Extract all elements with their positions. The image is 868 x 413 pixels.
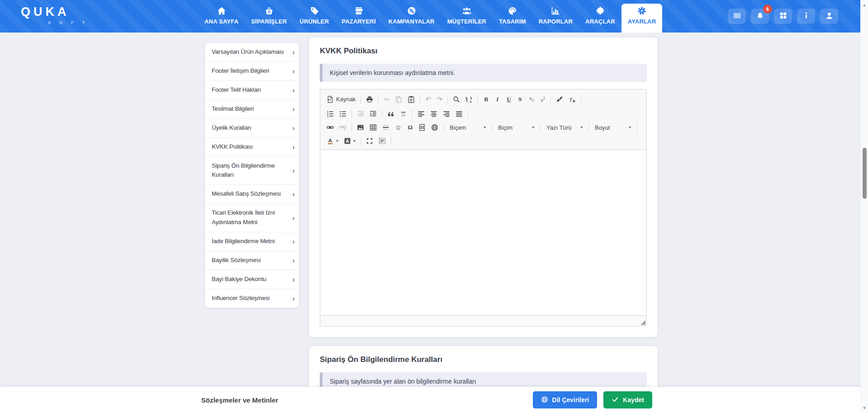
cut-icon: ✂ bbox=[384, 96, 389, 103]
combo-boyut[interactable]: Boyut▾ bbox=[591, 123, 635, 132]
bulleted-list-button[interactable] bbox=[337, 108, 349, 119]
replace-button[interactable]: ba bbox=[463, 94, 475, 105]
toolbar-separator bbox=[588, 123, 589, 132]
bg-color-button[interactable]: A▾ bbox=[342, 136, 358, 146]
bold-icon: B bbox=[483, 96, 489, 103]
chevron-right-icon: › bbox=[293, 295, 294, 302]
combo-bicim[interactable]: Biçim▾ bbox=[494, 123, 538, 132]
sidebar-item-label: Footer İletişim Bilgileri bbox=[212, 66, 290, 76]
smiley-button[interactable]: ☺ bbox=[393, 122, 404, 133]
nav-item-kampanyalar[interactable]: KAMPANYALAR bbox=[382, 0, 441, 33]
undo-icon: ↶ bbox=[425, 96, 431, 103]
remove-format-button[interactable]: T bbox=[566, 94, 578, 105]
user-button[interactable] bbox=[820, 9, 838, 24]
scroll-up-icon[interactable]: ▲ bbox=[861, 3, 868, 7]
nav-item-pazaryeri[interactable]: PAZARYERİ bbox=[335, 0, 382, 33]
horizontal-rule-button[interactable] bbox=[380, 122, 392, 133]
nav-item-siparisler[interactable]: SİPARİŞLER bbox=[245, 0, 293, 33]
numbered-list-icon: 123 bbox=[327, 110, 334, 117]
combo-bicem[interactable]: Biçem▾ bbox=[446, 123, 489, 132]
copy-formatting-button[interactable] bbox=[554, 94, 565, 105]
page-break-button[interactable] bbox=[416, 122, 428, 133]
nav-item-ayarlar[interactable]: AYARLAR bbox=[621, 4, 663, 33]
increase-indent-button[interactable] bbox=[367, 108, 379, 119]
paste-button[interactable] bbox=[405, 94, 417, 105]
storefront-icon bbox=[354, 6, 364, 16]
underline-button[interactable]: U bbox=[503, 94, 514, 105]
maximize-button[interactable] bbox=[364, 136, 375, 146]
footer-actions: Dil ÇevirileriKaydet bbox=[533, 391, 652, 408]
image-button[interactable] bbox=[355, 122, 366, 133]
special-char-button[interactable]: Ω bbox=[405, 122, 415, 133]
barcode-icon bbox=[733, 11, 741, 21]
sidebar-item-bayi-bakiye-dekontu[interactable]: Bayi Bakiye Dekontu› bbox=[205, 270, 299, 289]
nav-item-urunler[interactable]: ÜRÜNLER bbox=[293, 0, 335, 33]
nav-item-araclar[interactable]: ARAÇLAR bbox=[579, 0, 621, 33]
editor-toolbar: Kaynak✂↶↷baBIUSx2x2T123DIV</>☺ΩBiçem▾Biç… bbox=[320, 89, 646, 150]
link-button[interactable] bbox=[324, 122, 336, 133]
kaydet-button[interactable]: Kaydet bbox=[603, 391, 652, 408]
sidebar-item-varsayilan-urun-aciklamasi[interactable]: Varsayılan Ürün Açıklaması› bbox=[205, 43, 299, 62]
nav-item-ana-sayfa[interactable]: ANA SAYFA bbox=[198, 0, 245, 33]
sidebar-item-footer-iletisim-bilgileri[interactable]: Footer İletişim Bilgileri› bbox=[205, 62, 299, 81]
resize-grip-icon[interactable] bbox=[640, 320, 645, 325]
numbered-list-button[interactable]: 123 bbox=[324, 108, 336, 119]
nav-item-label: SİPARİŞLER bbox=[251, 18, 287, 25]
undo-button: ↶ bbox=[423, 94, 433, 105]
chevron-right-icon: › bbox=[293, 143, 294, 151]
sidebar-item-iade-bilgilendirme-metni[interactable]: İade Bilgilendirme Metni› bbox=[205, 232, 299, 251]
strikethrough-button[interactable]: S bbox=[515, 94, 525, 105]
align-left-button[interactable] bbox=[415, 108, 427, 119]
toolbar-separator bbox=[382, 110, 382, 118]
italic-button[interactable]: I bbox=[492, 94, 503, 105]
superscript-icon: x2 bbox=[540, 95, 545, 103]
apps-grid-icon bbox=[779, 11, 787, 21]
apps-grid-button[interactable] bbox=[774, 9, 792, 24]
dil-cevirileri-button[interactable]: Dil Çevirileri bbox=[533, 391, 598, 408]
sidebar-item-footer-telif-haklari[interactable]: Footer Telif Hakları› bbox=[205, 81, 299, 100]
editor-content[interactable] bbox=[320, 150, 646, 315]
subscript-button[interactable]: x2 bbox=[526, 93, 536, 106]
sidebar-item-siparis-on-bilgilendirme-kurallari[interactable]: Sipariş Ön Bilgilendirme Kuralları› bbox=[205, 157, 299, 185]
brand-logo[interactable]: QUKA S O F T bbox=[21, 6, 88, 25]
combo-yazi-turu[interactable]: Yazı Türü▾ bbox=[543, 123, 586, 132]
align-right-button[interactable] bbox=[441, 108, 452, 119]
nav-item-label: AYARLAR bbox=[628, 18, 656, 25]
nav-item-musteriler[interactable]: MÜŞTERİLER bbox=[441, 0, 493, 33]
iframe-button[interactable] bbox=[429, 122, 441, 133]
info-button[interactable] bbox=[797, 9, 815, 24]
bell-button[interactable]: 6 bbox=[751, 9, 769, 24]
text-color-button[interactable]: A▾ bbox=[324, 136, 341, 146]
sidebar-item-influencer-sozlesmesi[interactable]: Influencer Sözleşmesi› bbox=[205, 289, 299, 308]
align-center-button[interactable] bbox=[428, 108, 440, 119]
page-scrollbar[interactable]: ▲ ▼ bbox=[860, 0, 868, 413]
table-button[interactable] bbox=[367, 122, 379, 133]
sidebar-item-uyelik-kurallari[interactable]: Üyelik Kuralları› bbox=[205, 119, 299, 138]
toolbar-separator bbox=[351, 123, 352, 132]
blockquote-button[interactable] bbox=[385, 108, 397, 119]
print-button[interactable] bbox=[364, 94, 375, 105]
align-justify-button[interactable] bbox=[453, 108, 465, 119]
sidebar-item-ticari-elektronik-ileti-izni-aydinlatma-metni[interactable]: Ticari Elektronik İleti İzni Aydınlatma … bbox=[205, 204, 299, 232]
nav-item-tasarim[interactable]: TASARIM bbox=[493, 0, 532, 33]
palette-icon bbox=[508, 6, 517, 16]
text-color-icon: A bbox=[327, 137, 334, 145]
scroll-down-icon[interactable]: ▼ bbox=[861, 406, 868, 410]
div-container-button[interactable]: DIV</> bbox=[398, 108, 409, 119]
section-kvkk-politikasi: KVKK Politikası Kişisel verilerin korunm… bbox=[309, 38, 658, 337]
sidebar-item-mesafeli-satis-sozlesmesi[interactable]: Mesafeli Satış Sözleşmesi› bbox=[205, 185, 299, 204]
show-blocks-button[interactable] bbox=[376, 136, 388, 146]
nav-item-raporlar[interactable]: RAPORLAR bbox=[532, 0, 579, 33]
sidebar-item-label: Bayilik Sözleşmesi bbox=[212, 256, 290, 265]
sidebar-item-label: KVKK Politikası bbox=[212, 142, 290, 152]
source-button[interactable]: Kaynak bbox=[324, 94, 358, 105]
sidebar-item-bayilik-sozlesmesi[interactable]: Bayilik Sözleşmesi› bbox=[205, 251, 299, 270]
barcode-button[interactable] bbox=[728, 9, 746, 24]
scrollbar-thumb[interactable] bbox=[863, 148, 867, 199]
find-button[interactable] bbox=[451, 94, 462, 105]
sidebar-item-teslimat-bilgileri[interactable]: Teslimat Bilgileri› bbox=[205, 100, 299, 119]
chevron-right-icon: › bbox=[293, 105, 294, 113]
superscript-button[interactable]: x2 bbox=[537, 93, 548, 105]
sidebar-item-kvkk-politikasi[interactable]: KVKK Politikası› bbox=[205, 138, 299, 157]
bold-button[interactable]: B bbox=[481, 94, 491, 105]
